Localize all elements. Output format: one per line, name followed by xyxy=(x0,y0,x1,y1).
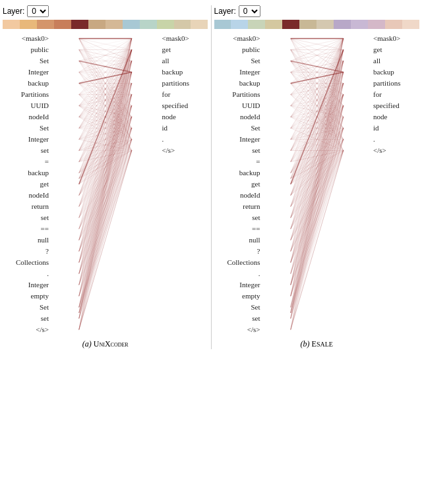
color-swatch xyxy=(20,20,37,29)
panel-divider xyxy=(211,5,212,349)
left-token-27: set xyxy=(41,313,49,324)
left-token-16: return xyxy=(243,201,260,212)
left-token-19: null xyxy=(249,235,260,246)
left-token-28: </s> xyxy=(36,324,49,335)
left-token-16: return xyxy=(32,201,49,212)
right-token-7: node xyxy=(162,111,176,123)
color-swatch xyxy=(214,20,231,29)
left-token-9: Integer xyxy=(239,134,260,145)
color-bar-a xyxy=(3,20,208,29)
layer-label-b: Layer: xyxy=(214,7,236,16)
right-token-4: partitions xyxy=(162,78,190,89)
color-swatch xyxy=(248,20,265,29)
right-token-0: <mask0> xyxy=(162,33,189,44)
left-token-5: Partitions xyxy=(232,89,260,100)
color-swatch xyxy=(71,20,88,29)
left-token-24: empty xyxy=(242,291,260,302)
main-container: Layer: 0 1 2 <mask0>publicSetIntegerback… xyxy=(0,0,422,352)
left-token-1: public xyxy=(31,44,49,55)
right-token-6: specified xyxy=(162,100,189,111)
left-token-2: Set xyxy=(251,55,260,67)
right-token-2: all xyxy=(373,55,380,67)
color-bar-b xyxy=(214,20,420,29)
left-tokens-b: <mask0>publicSetIntegerbackupPartitionsU… xyxy=(214,33,260,335)
right-token-0: <mask0> xyxy=(373,33,400,44)
diagram-area-a: <mask0>publicSetIntegerbackupPartitionsU… xyxy=(3,33,208,335)
color-swatch xyxy=(265,20,282,29)
color-swatch xyxy=(54,20,71,29)
color-swatch xyxy=(174,20,191,29)
left-token-19: null xyxy=(38,235,49,246)
left-token-18: == xyxy=(252,223,260,235)
left-token-2: Set xyxy=(40,55,49,67)
left-token-17: set xyxy=(41,212,49,223)
left-token-0: <mask0> xyxy=(233,33,260,44)
left-token-12: backup xyxy=(239,167,260,179)
layer-control-a[interactable]: Layer: 0 1 2 xyxy=(3,5,49,17)
left-token-7: nodeId xyxy=(240,111,260,123)
left-token-4: backup xyxy=(28,78,49,89)
color-swatch xyxy=(402,20,419,29)
right-token-4: partitions xyxy=(373,78,401,89)
color-swatch xyxy=(368,20,385,29)
layer-label-a: Layer: xyxy=(3,7,24,16)
color-swatch xyxy=(299,20,316,29)
left-token-3: Integer xyxy=(28,67,49,78)
right-token-3: backup xyxy=(162,67,183,78)
left-token-12: backup xyxy=(28,167,49,179)
right-tokens-a: <mask0>getallbackuppartitionsforspecifie… xyxy=(162,33,208,335)
color-swatch xyxy=(351,20,368,29)
diagram-area-b: <mask0>publicSetIntegerbackupPartitionsU… xyxy=(214,33,420,335)
layer-control-b[interactable]: Layer: 0 1 2 xyxy=(214,5,260,17)
left-token-23: Integer xyxy=(239,279,260,291)
color-swatch xyxy=(282,20,299,29)
left-token-8: Set xyxy=(251,123,260,134)
left-token-4: backup xyxy=(239,78,260,89)
right-token-10: </s> xyxy=(162,145,175,156)
right-token-5: for xyxy=(162,89,171,100)
left-token-15: nodeId xyxy=(28,190,49,201)
left-token-25: Set xyxy=(251,302,260,313)
right-token-5: for xyxy=(373,89,382,100)
color-swatch xyxy=(191,20,208,29)
left-token-15: nodeId xyxy=(240,190,260,201)
right-token-6: specified xyxy=(373,100,400,111)
left-token-7: nodeId xyxy=(28,111,49,123)
panel-a: Layer: 0 1 2 <mask0>publicSetIntegerback… xyxy=(3,5,208,349)
left-token-6: UUID xyxy=(31,100,49,111)
layer-select-b[interactable]: 0 1 2 xyxy=(239,5,260,17)
right-token-1: get xyxy=(162,44,171,55)
left-token-3: Integer xyxy=(239,67,260,78)
left-token-21: Collections xyxy=(16,257,49,268)
color-swatch xyxy=(385,20,402,29)
left-token-5: Partitions xyxy=(21,89,49,100)
color-swatch xyxy=(231,20,248,29)
right-token-10: </s> xyxy=(373,145,386,156)
left-token-14: get xyxy=(40,179,49,190)
left-token-28: </s> xyxy=(247,324,260,335)
right-token-9: . xyxy=(162,134,164,145)
left-token-27: set xyxy=(252,313,260,324)
color-swatch xyxy=(123,20,140,29)
left-token-1: public xyxy=(242,44,260,55)
panel-b: Layer: 0 1 2 <mask0>publicSetIntegerback… xyxy=(214,5,420,349)
color-swatch xyxy=(37,20,54,29)
color-swatch xyxy=(88,20,106,29)
left-token-0: <mask0> xyxy=(22,33,49,44)
left-tokens-a: <mask0>publicSetIntegerbackupPartitionsU… xyxy=(3,33,49,335)
svg-area-a xyxy=(49,33,162,335)
left-token-14: get xyxy=(251,179,260,190)
left-token-8: Set xyxy=(40,123,49,134)
color-swatch xyxy=(106,20,123,29)
layer-select-a[interactable]: 0 1 2 xyxy=(27,5,49,17)
left-token-23: Integer xyxy=(28,279,49,291)
right-token-2: all xyxy=(162,55,169,67)
left-token-10: set xyxy=(41,145,49,156)
right-tokens-b: <mask0>getallbackuppartitionsforspecifie… xyxy=(373,33,419,335)
left-token-21: Collections xyxy=(227,257,260,268)
svg-area-b xyxy=(260,33,374,335)
right-token-3: backup xyxy=(373,67,394,78)
right-token-9: . xyxy=(373,134,375,145)
color-swatch xyxy=(140,20,157,29)
left-token-9: Integer xyxy=(28,134,49,145)
